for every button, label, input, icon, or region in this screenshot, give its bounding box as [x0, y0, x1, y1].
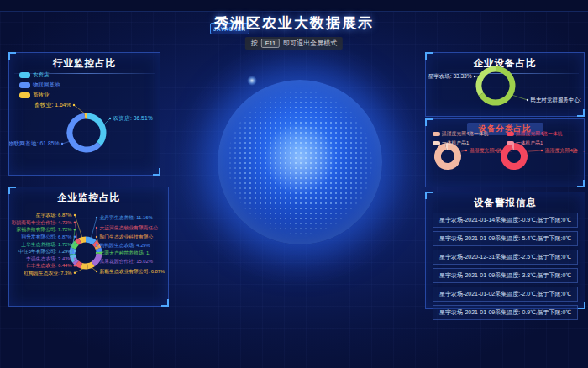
- label-dot: [474, 76, 475, 77]
- alert-list: 星宇农场-2021-01-14采集温度:-0.9℃,低于下限:0℃星宇农场-20…: [433, 213, 578, 323]
- legend-item[interactable]: 温湿度光照4路一体机: [433, 130, 488, 138]
- slice-label: 农资店: 36.51%: [113, 115, 153, 122]
- label-dot: [96, 252, 97, 254]
- donut-slice[interactable]: [87, 264, 92, 265]
- panel-device-category: 设备分类占比 温湿度光照4路一…温湿度光照4路一… 温湿度光照4路一体机一体机产…: [425, 118, 585, 187]
- label-dot: [96, 244, 97, 246]
- label-dot: [74, 214, 76, 216]
- label-leader: [74, 105, 86, 114]
- donut-slice[interactable]: [87, 116, 103, 144]
- legend-swatch-icon: [507, 141, 514, 145]
- slice-label: 鸭鸭园生态农场: 4.29%: [100, 242, 150, 249]
- label-dot: [74, 229, 76, 230]
- alert-row: 星宇农场-2020-12-31采集温度:-2.5℃,低于下限:0℃: [433, 250, 578, 265]
- slice-label: 畜牧业: 1.64%: [34, 102, 71, 108]
- label-leader: [62, 141, 70, 144]
- legend-swatch-icon: [433, 132, 440, 136]
- slice-label: 彩娟葡萄专业合作社: 4.72%: [11, 219, 72, 226]
- label-dot: [74, 265, 76, 266]
- label-dot: [74, 272, 76, 274]
- label-leader: [103, 118, 110, 125]
- alert-row: 星宇农场-2021-01-14采集温度:-0.9℃,低于下限:0℃: [433, 213, 578, 228]
- legend-swatch-icon: [19, 82, 30, 88]
- donut-slice[interactable]: [75, 261, 76, 264]
- alert-row: 星宇农场-2021-01-02采集温度:-2.0℃,低于下限:0℃: [433, 287, 578, 302]
- slice-label: 星宇农场: 33.33%: [428, 73, 472, 80]
- label-dot: [74, 243, 76, 244]
- legend-device-right: 温湿度光照4路一体机一体机产品1: [507, 130, 562, 149]
- tip-prefix: 按: [251, 39, 258, 48]
- legend-item[interactable]: 农资店: [19, 71, 60, 79]
- panel-enterprise-device: 企业设备占比 星宇农场: 33.33%民主村党群服务中心:: [425, 52, 585, 117]
- label-dot: [96, 227, 97, 229]
- donut-slice[interactable]: [86, 239, 94, 243]
- slice-label: 新颖生态农业有限公司: 6.87%: [100, 268, 165, 274]
- dashboard: JAVACHEN 秀洲区农业大数据展示 按 F11 即可退出全屏模式 行业监控占…: [0, 0, 588, 368]
- label-dot: [527, 99, 528, 101]
- label-dot: [73, 104, 75, 106]
- label-dot: [74, 236, 76, 238]
- legend-item[interactable]: 一体机产品1: [433, 139, 488, 147]
- label-dot: [465, 150, 467, 151]
- legend-item[interactable]: 一体机产品1: [507, 139, 562, 147]
- label-dot: [74, 250, 76, 252]
- slice-label: 红梅园生态农业: 7.3%: [24, 270, 71, 276]
- slice-label: 丰圆大产种苗养殖场: 1.: [100, 250, 151, 256]
- legend-device-left: 温湿度光照4路一体机一体机产品1: [433, 130, 488, 149]
- slice-label: 大运河生态牧业有限责任公: [100, 225, 159, 231]
- donut-slice[interactable]: [77, 263, 82, 265]
- label-dot: [109, 118, 111, 119]
- donut-slice[interactable]: [93, 254, 99, 265]
- legend-industry: 农资店物联网基地畜牧业: [19, 71, 60, 102]
- top-bar: [0, 0, 588, 12]
- label-leader: [75, 215, 82, 238]
- slice-label: 民主村党群服务中心:: [531, 97, 582, 103]
- legend-label: 一体机产品1: [516, 139, 543, 147]
- slice-label: 翔升发有限公司: 6.87%: [21, 234, 71, 239]
- alert-row: 星宇农场-2021-01-09采集温度:-3.8℃,低于下限:0℃: [433, 268, 578, 283]
- label-leader: [97, 228, 97, 243]
- slice-label: 陶门生态农业科技有限公: [100, 234, 154, 240]
- alert-row: 星宇农场-2021-01-09采集温度:-5.4℃,低于下限:0℃: [433, 231, 578, 246]
- slice-label: 仁丰生态农业: 6.44%: [26, 262, 71, 268]
- legend-label: 农资店: [33, 71, 50, 79]
- label-dot: [74, 257, 76, 259]
- legend-label: 温湿度光照4路一体机: [442, 130, 488, 138]
- legend-item[interactable]: 物联网基地: [19, 81, 60, 89]
- donut-slice[interactable]: [80, 239, 86, 240]
- label-leader: [91, 267, 97, 271]
- panel-title: 设备警报信息: [426, 192, 585, 209]
- globe: [218, 80, 382, 244]
- slice-label: 北丹羽生态养殖: 11.16%: [100, 215, 153, 221]
- panel-enterprise-monitor: 企业监控占比 星宇农场: 6.87%彩娟葡萄专业合作社: 4.72%家福养殖有限…: [8, 187, 169, 307]
- legend-item[interactable]: 畜牧业: [19, 92, 60, 99]
- label-dot: [61, 143, 63, 145]
- label-dot: [96, 217, 97, 218]
- label-dot: [96, 236, 97, 238]
- slice-label: 家福养殖有限公司: 7.72%: [16, 226, 71, 233]
- donut-slice[interactable]: [76, 240, 80, 243]
- label-dot: [96, 260, 97, 262]
- slice-label: 瓜果花园合作社: 15.02%: [100, 259, 153, 265]
- donut-slice[interactable]: [81, 265, 87, 266]
- legend-swatch-icon: [19, 72, 30, 78]
- legend-item[interactable]: 温湿度光照4路一体机: [507, 130, 562, 138]
- globe-spark: [247, 76, 257, 86]
- legend-label: 温湿度光照4路一体机: [516, 130, 562, 138]
- label-dot: [96, 271, 97, 272]
- slice-label: 李强生态农场: 3.43%: [26, 255, 71, 262]
- page-title: 秀洲区农业大数据展示: [0, 13, 588, 33]
- slice-label: 上华生态养殖场: 1.72%: [21, 242, 71, 248]
- panel-device-alerts: 设备警报信息 星宇农场-2021-01-14采集温度:-0.9℃,低于下限:0℃…: [425, 192, 585, 309]
- alert-row: 星宇农场-2021-01-09采集温度:-0.9℃,低于下限:0℃: [433, 305, 578, 320]
- label-leader: [512, 95, 528, 100]
- legend-label: 一体机产品1: [442, 139, 469, 147]
- slice-label: 物联网基地: 61.85%: [9, 140, 60, 147]
- legend-swatch-icon: [19, 92, 30, 98]
- panel-industry-monitor: 行业监控占比 农资店: 36.51%物联网基地: 61.85%畜牧业: 1.64…: [8, 52, 160, 176]
- equipment-donut-chart[interactable]: 星宇农场: 33.33%民主村党群服务中心:: [426, 53, 585, 118]
- enterprise-donut-chart[interactable]: 星宇农场: 6.87%彩娟葡萄专业合作社: 4.72%家福养殖有限公司: 7.7…: [9, 187, 170, 308]
- legend-label: 畜牧业: [33, 92, 50, 99]
- donut-slice[interactable]: [479, 69, 496, 94]
- label-leader: [75, 268, 85, 273]
